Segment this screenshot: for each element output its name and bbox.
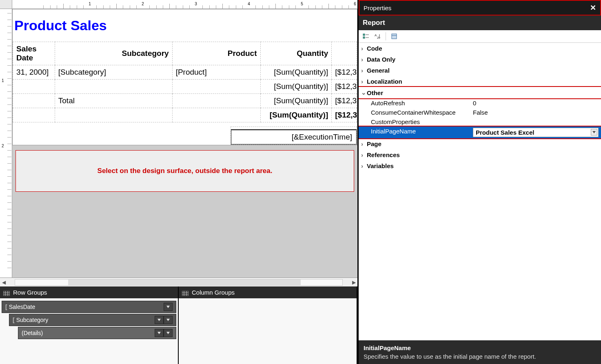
col-header-subcategory[interactable]: Subcategory	[55, 42, 172, 65]
cell-amount[interactable]: [$12,3	[332, 65, 357, 80]
horizontal-ruler: 123456	[0, 0, 357, 9]
cell-amount-total[interactable]: [$12,3	[332, 108, 357, 122]
cell-amount[interactable]: [$12,3	[332, 94, 357, 108]
category-variables[interactable]: ›Variables	[359, 160, 601, 171]
group-dropdown[interactable]	[164, 316, 173, 324]
cell-quantity[interactable]: [Sum(Quantity)]	[260, 65, 332, 80]
properties-panel-header: Properties ✕	[359, 0, 601, 16]
table-icon	[3, 290, 10, 295]
row-groups-label: Row Groups	[13, 289, 47, 296]
category-other[interactable]: ⌄Other	[359, 87, 601, 98]
close-icon[interactable]: ✕	[590, 3, 596, 12]
column-groups-header: Column Groups	[179, 286, 357, 298]
svg-rect-0	[3, 291, 10, 296]
prop-customproperties[interactable]: CustomProperties	[359, 117, 601, 127]
design-hint: Select on the design surface, outside th…	[16, 150, 354, 192]
category-code[interactable]: ›Code	[359, 43, 601, 54]
properties-toolbar: AZ	[359, 30, 601, 43]
cell-product[interactable]: [Product]	[172, 65, 260, 80]
svg-rect-10	[363, 34, 365, 36]
execution-time-textbox[interactable]: [&ExecutionTime]	[231, 129, 357, 144]
category-references[interactable]: ›References	[359, 149, 601, 160]
selected-object-name[interactable]: Report	[359, 16, 601, 30]
design-surface[interactable]: Product Sales Sales Date Subcategory Pro…	[12, 9, 357, 277]
column-groups-body[interactable]	[179, 298, 357, 364]
svg-rect-11	[363, 37, 365, 38]
col-header-amount[interactable]	[332, 42, 357, 65]
scroll-left-arrow[interactable]: ◀	[0, 280, 7, 285]
col-header-product[interactable]: Product	[172, 42, 260, 65]
group-dropdown[interactable]	[164, 329, 173, 337]
cell-quantity-total[interactable]: [Sum(Quantity)]	[260, 108, 332, 122]
category-dataonly[interactable]: ›Data Only	[359, 54, 601, 65]
svg-rect-5	[182, 291, 189, 296]
prop-initialpagename[interactable]: InitialPageName Product Sales Excel	[359, 127, 601, 138]
group-dropdown[interactable]	[155, 316, 164, 324]
category-localization[interactable]: ›Localization	[359, 76, 601, 87]
row-group-details[interactable]: (Details)	[18, 327, 176, 339]
group-dropdown[interactable]	[155, 329, 164, 337]
property-grid[interactable]: ›Code ›Data Only ›General ›Localization …	[359, 43, 601, 340]
horizontal-scrollbar[interactable]: ◀ ▶	[0, 277, 357, 286]
alphabetical-icon[interactable]: AZ	[373, 32, 382, 41]
row-group-subcategory[interactable]: [Subcategory	[9, 314, 176, 326]
table-icon	[182, 290, 189, 295]
column-groups-label: Column Groups	[192, 289, 235, 296]
report-title[interactable]: Product Sales	[13, 9, 357, 42]
cell-total-label[interactable]: Total	[55, 94, 172, 108]
row-groups-header: Row Groups	[0, 286, 178, 298]
group-dropdown[interactable]	[164, 303, 173, 311]
property-pages-icon[interactable]	[389, 32, 399, 41]
cell-amount[interactable]: [$12,3	[332, 80, 357, 94]
category-page[interactable]: ›Page	[359, 138, 601, 149]
scroll-right-arrow[interactable]: ▶	[350, 280, 357, 285]
col-header-salesdate[interactable]: Sales Date	[13, 42, 55, 65]
property-description: InitialPageName Specifies the value to u…	[359, 340, 601, 364]
cell-salesdate[interactable]: 31, 2000]	[13, 65, 55, 80]
initialpagename-input[interactable]: Product Sales Excel	[473, 128, 599, 137]
prop-autorefresh[interactable]: AutoRefresh 0	[359, 98, 601, 108]
scroll-thumb[interactable]	[68, 280, 301, 285]
category-general[interactable]: ›General	[359, 65, 601, 76]
vertical-ruler: 12	[0, 9, 12, 277]
cell-quantity[interactable]: [Sum(Quantity)]	[260, 94, 332, 108]
row-group-salesdate[interactable]: [SalesDate	[2, 301, 176, 313]
cell-subcategory[interactable]: [Subcategory]	[55, 65, 172, 80]
tablix[interactable]: Sales Date Subcategory Product Quantity …	[13, 42, 357, 122]
categorized-icon[interactable]	[361, 32, 371, 41]
col-header-quantity[interactable]: Quantity	[260, 42, 332, 65]
prop-consumewhitespace[interactable]: ConsumeContainerWhitespace False	[359, 108, 601, 117]
properties-title: Properties	[364, 4, 391, 11]
svg-rect-16	[392, 34, 397, 39]
dropdown-icon[interactable]	[591, 129, 597, 135]
cell-quantity[interactable]: [Sum(Quantity)]	[260, 80, 332, 94]
